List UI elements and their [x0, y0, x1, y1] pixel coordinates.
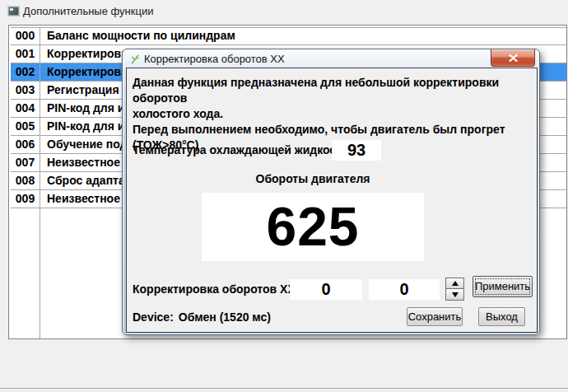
function-number: 005 [11, 118, 40, 135]
close-icon [509, 54, 518, 62]
device-status-line: Device:Обмен (1520 мс) [133, 308, 276, 327]
spinner-up-button[interactable] [445, 278, 464, 289]
idle-correction-label: Корректировка оборотов ХХ: [133, 279, 299, 300]
function-number: 006 [11, 136, 40, 153]
correction-field-2[interactable]: 0 [369, 279, 440, 300]
dialog-plant-icon [129, 54, 141, 65]
function-number: 007 [11, 154, 40, 171]
exit-button[interactable]: Выход [478, 307, 525, 326]
main-window-title: Дополнительные функции [23, 5, 153, 17]
window-bottom-frame [0, 388, 568, 389]
function-number: 009 [11, 190, 40, 208]
engine-rpm-label: Обороты двигателя [202, 172, 424, 185]
coolant-temp-label: Температура охлаждающей жидкости: [133, 140, 352, 161]
function-number: 001 [11, 45, 40, 63]
device-label: Device: [133, 310, 174, 324]
arrow-up-icon [452, 281, 459, 286]
function-label: Баланс мощности по цилиндрам [47, 27, 566, 44]
function-number: 003 [11, 82, 40, 99]
spinner-down-button[interactable] [445, 289, 464, 301]
close-button[interactable] [491, 49, 535, 67]
idle-correction-dialog: Корректировка оборотов ХХ Данная функция… [122, 49, 540, 335]
main-titlebar: Дополнительные функции [0, 0, 568, 23]
function-row-000[interactable]: 000Баланс мощности по цилиндрам [11, 27, 566, 45]
function-number: 002 [11, 63, 40, 81]
save-button[interactable]: Сохранить [407, 307, 463, 326]
device-value: Обмен (1520 мс) [179, 310, 271, 324]
correction-field-1[interactable]: 0 [290, 279, 362, 300]
correction-spinner [445, 278, 464, 301]
dialog-client-area: Данная функция предназначена для небольш… [126, 68, 538, 333]
coolant-temp-value: 93 [332, 140, 381, 161]
function-number: 008 [11, 172, 40, 189]
function-number: 000 [11, 27, 40, 44]
dialog-title: Корректировка оборотов ХХ [144, 53, 285, 65]
app-icon [7, 6, 20, 16]
function-number: 004 [11, 100, 40, 117]
apply-button[interactable]: Применить [473, 276, 533, 297]
engine-rpm-value: 625 [202, 193, 424, 261]
column-divider [40, 27, 40, 338]
arrow-down-icon [452, 292, 459, 297]
